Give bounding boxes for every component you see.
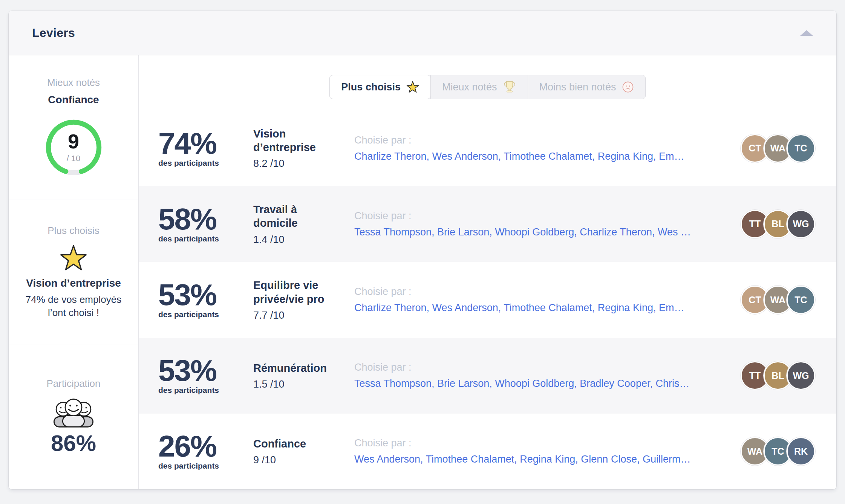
participation-section: Participation 86% (9, 345, 138, 489)
tab-label: Mieux notés (442, 81, 497, 93)
lever-row: 58% des participants Travail à domicile … (139, 186, 836, 262)
most-chosen-note: 74% de vos employés l’ont choisi ! (17, 293, 130, 319)
lever-percent-caption: des participants (158, 159, 253, 168)
lever-percent: 74% (158, 129, 253, 158)
avatar-group: CTWATC (741, 134, 815, 163)
lever-percent-caption: des participants (158, 461, 253, 470)
lever-percent: 58% (158, 205, 253, 234)
tab-label: Moins bien notés (539, 81, 616, 93)
participation-value: 86% (51, 430, 96, 456)
people-group-icon (51, 396, 96, 429)
lever-score: 1.4 /10 (253, 234, 347, 246)
chosen-by-names-link[interactable]: Tessa Thompson, Brie Larson, Whoopi Gold… (354, 226, 726, 238)
tab-group: Plus choisis Mieux notés (329, 75, 645, 99)
participant-avatar[interactable]: TC (787, 134, 815, 163)
panel-title: Leviers (32, 26, 75, 40)
best-rated-label: Mieux notés (47, 77, 100, 89)
lever-title: Rémunération (253, 361, 331, 375)
sad-face-icon (622, 81, 634, 93)
tab-mieux-notes[interactable]: Mieux notés (430, 75, 528, 99)
leviers-panel: Leviers Mieux notés Confiance 9 / 10 (8, 11, 837, 490)
participant-avatar[interactable]: WG (787, 210, 815, 238)
page: { "panel": { "title": "Leviers" }, "side… (0, 0, 845, 504)
star-icon (60, 244, 87, 272)
lever-score: 8.2 /10 (253, 158, 347, 170)
star-icon (406, 81, 419, 93)
lever-row: 53% des participants Equilibre vie privé… (139, 262, 836, 338)
levers-main: Plus choisis Mieux notés (139, 55, 836, 489)
chosen-by-label: Choisie par : (354, 362, 726, 373)
lever-percent-caption: des participants (158, 386, 253, 395)
avatar-group: CTWATC (741, 286, 815, 314)
gauge-outof: / 10 (67, 154, 81, 163)
summary-sidebar: Mieux notés Confiance 9 / 10 Plus choisi… (9, 55, 139, 489)
most-chosen-label: Plus choisis (47, 225, 99, 237)
lever-percent: 53% (158, 356, 253, 385)
lever-score: 9 /10 (253, 454, 347, 466)
panel-body: Mieux notés Confiance 9 / 10 Plus choisi… (9, 55, 836, 489)
lever-score: 7.7 /10 (253, 310, 347, 321)
most-chosen-section: Plus choisis Vision d’entreprise 74% de … (9, 200, 138, 344)
tab-plus-choisis[interactable]: Plus choisis (330, 75, 430, 99)
avatar-group: TTBLWG (741, 210, 815, 238)
levers-list: 74% des participants Vision d’entreprise… (139, 110, 836, 489)
trophy-icon (503, 80, 516, 94)
chosen-by-label: Choisie par : (354, 134, 726, 146)
chosen-by-label: Choisie par : (354, 437, 726, 449)
tab-label: Plus choisis (341, 81, 401, 93)
lever-title: Equilibre vie privée/vie pro (253, 278, 331, 306)
lever-row: 53% des participants Rémunération 1.5 /1… (139, 338, 836, 414)
avatar-group: WATCRK (741, 437, 815, 466)
best-rated-item: Confiance (48, 94, 99, 106)
participant-avatar[interactable]: RK (787, 437, 815, 466)
most-chosen-item: Vision d’entreprise (26, 277, 121, 289)
chosen-by-names-link[interactable]: Charlize Theron, Wes Anderson, Timothee … (354, 151, 726, 162)
chosen-by-names-link[interactable]: Wes Anderson, Timothee Chalamet, Regina … (354, 454, 726, 465)
gauge-score: 9 (68, 131, 79, 151)
lever-percent: 26% (158, 432, 253, 461)
best-rated-section: Mieux notés Confiance 9 / 10 (9, 55, 138, 200)
chosen-by-label: Choisie par : (354, 210, 726, 222)
lever-title: Vision d’entreprise (253, 127, 331, 154)
lever-row: 74% des participants Vision d’entreprise… (139, 110, 836, 186)
score-gauge: 9 / 10 (43, 116, 105, 179)
lever-percent: 53% (158, 281, 253, 309)
participant-avatar[interactable]: TC (787, 286, 815, 314)
chosen-by-names-link[interactable]: Tessa Thompson, Brie Larson, Whoopi Gold… (354, 378, 726, 389)
lever-percent-caption: des participants (158, 310, 253, 319)
participation-label: Participation (46, 378, 100, 389)
lever-title: Travail à domicile (253, 203, 331, 230)
collapse-arrow-icon[interactable] (800, 30, 813, 36)
chosen-by-label: Choisie par : (354, 286, 726, 298)
panel-header: Leviers (9, 11, 836, 55)
lever-row: 26% des participants Confiance 9 /10 Cho… (139, 414, 836, 489)
lever-percent-caption: des participants (158, 234, 253, 243)
lever-score: 1.5 /10 (253, 379, 347, 390)
chosen-by-names-link[interactable]: Charlize Theron, Wes Anderson, Timothee … (354, 302, 726, 314)
lever-title: Confiance (253, 437, 331, 451)
participant-avatar[interactable]: WG (787, 361, 815, 390)
tab-moins-bien-notes[interactable]: Moins bien notés (528, 75, 645, 99)
avatar-group: TTBLWG (741, 361, 815, 390)
